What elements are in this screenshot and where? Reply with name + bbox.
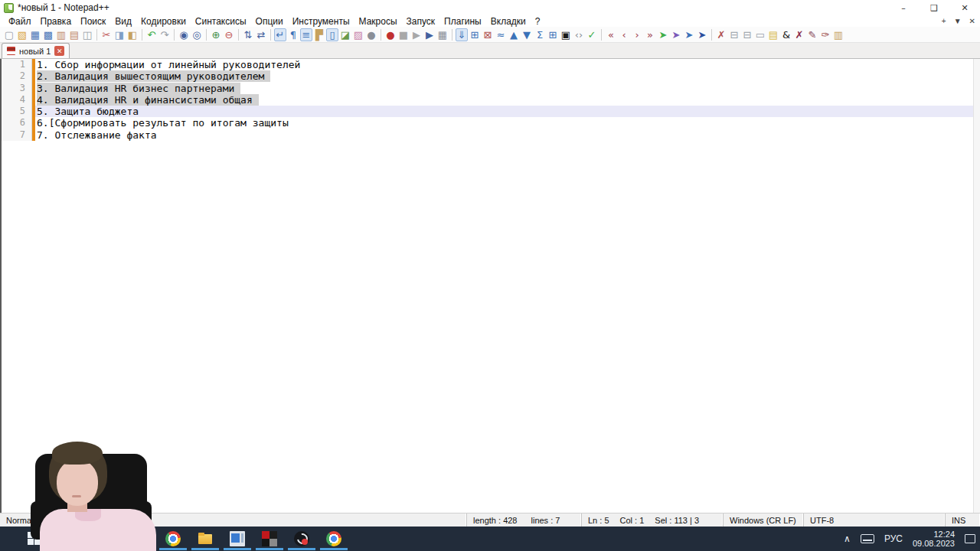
taskbar-chrome-profile2[interactable] bbox=[318, 527, 350, 551]
menu-поиск[interactable]: Поиск bbox=[76, 16, 110, 27]
menu-плагины[interactable]: Плагины bbox=[439, 16, 486, 27]
folder-as-workspace-icon[interactable]: ▨ bbox=[352, 28, 364, 41]
clipboard-edit-icon[interactable]: ▥ bbox=[832, 28, 844, 41]
monitor-tail-icon[interactable]: ⇓ bbox=[456, 28, 468, 41]
menu-инструменты[interactable]: Инструменты bbox=[288, 16, 354, 27]
console-icon[interactable]: ▣ bbox=[560, 28, 572, 41]
macro-play-icon[interactable]: ▶ bbox=[410, 28, 423, 41]
jump-blue-icon[interactable]: ➤ bbox=[683, 28, 695, 41]
close-all-files-icon[interactable]: ▤ bbox=[68, 28, 80, 41]
menu-правка[interactable]: Правка bbox=[36, 16, 77, 27]
show-all-characters-icon[interactable]: ¶ bbox=[287, 28, 299, 41]
save-icon[interactable]: ▦ bbox=[29, 28, 41, 41]
find-icon[interactable]: ◉ bbox=[178, 28, 190, 41]
new-tab-button[interactable]: + bbox=[942, 17, 946, 25]
sync-vertical-icon[interactable]: ⇅ bbox=[242, 28, 254, 41]
new-file-icon[interactable]: ▢ bbox=[3, 28, 15, 41]
tab-new-1[interactable]: новый 1 ✕ bbox=[2, 43, 70, 58]
hidden-icons-chevron[interactable]: ∧ bbox=[844, 533, 851, 544]
strike-format-icon[interactable]: ✗ bbox=[715, 28, 727, 41]
move-down-icon[interactable]: ▼ bbox=[521, 28, 533, 41]
nav-last-icon[interactable]: » bbox=[644, 28, 656, 41]
editor-line-6[interactable]: 66.[Сформировать результат по итогам защ… bbox=[0, 117, 980, 129]
copy-icon[interactable]: ◨ bbox=[113, 28, 126, 41]
word-wrap-icon[interactable]: ↵ bbox=[274, 28, 286, 41]
collapse-icon[interactable]: ≈ bbox=[495, 28, 507, 41]
jump-green-icon[interactable]: ➤ bbox=[657, 28, 669, 41]
pen-disabled-icon[interactable]: ✑ bbox=[819, 28, 831, 41]
code-tags-icon[interactable]: ‹› bbox=[573, 28, 585, 41]
function-list-icon[interactable]: ▛ bbox=[313, 28, 325, 41]
zoom-out-icon[interactable]: ⊖ bbox=[223, 28, 235, 41]
redo-icon[interactable]: ↷ bbox=[158, 28, 171, 41]
status-encoding[interactable]: UTF-8 bbox=[804, 514, 946, 527]
jump-darkblue-icon[interactable]: ➤ bbox=[696, 28, 708, 41]
editor-line-3[interactable]: 33. Валидация HR бизнес партнерами bbox=[0, 83, 980, 94]
monitoring-icon[interactable]: ● bbox=[365, 28, 377, 41]
compare-clear-icon[interactable]: ⊠ bbox=[482, 28, 494, 41]
tab-list-dropdown[interactable]: ▼ bbox=[954, 17, 962, 25]
language-indicator[interactable]: РУС bbox=[884, 533, 903, 544]
macro-stop-icon[interactable]: ■ bbox=[397, 28, 410, 41]
clock[interactable]: 12:24 09.08.2023 bbox=[913, 530, 955, 548]
close-tab-button[interactable]: ✕ bbox=[969, 17, 975, 25]
open-file-icon[interactable]: ▧ bbox=[16, 28, 28, 41]
sum-icon[interactable]: Σ bbox=[534, 28, 546, 41]
document-map-icon[interactable]: ▯ bbox=[326, 28, 338, 41]
notes-icon[interactable]: ▤ bbox=[767, 28, 779, 41]
status-insert-mode[interactable]: INS bbox=[946, 514, 980, 527]
editor-line-1[interactable]: 11. Сбор информации от линейный руководи… bbox=[0, 59, 980, 70]
menu-вкладки[interactable]: Вкладки bbox=[486, 16, 531, 27]
editor-line-7[interactable]: 77. Отслежвание факта bbox=[0, 129, 980, 141]
menu-запуск[interactable]: Запуск bbox=[402, 16, 440, 27]
vertical-scrollbar[interactable] bbox=[973, 59, 980, 513]
check-icon[interactable]: ✓ bbox=[586, 28, 598, 41]
move-up-icon[interactable]: ▲ bbox=[508, 28, 520, 41]
zoom-in-icon[interactable]: ⊕ bbox=[210, 28, 222, 41]
comment-tag-icon[interactable]: ✎ bbox=[806, 28, 818, 41]
ampersand-icon[interactable]: & bbox=[780, 28, 792, 41]
close-button[interactable]: ✕ bbox=[949, 0, 980, 15]
editor-line-5[interactable]: 55. Защита бюджета bbox=[0, 106, 980, 117]
cancel-icon[interactable]: ✗ bbox=[793, 28, 805, 41]
menu-кодировки[interactable]: Кодировки bbox=[136, 16, 191, 27]
taskbar-obs-studio[interactable] bbox=[286, 527, 318, 551]
menu-опции[interactable]: Опции bbox=[251, 16, 288, 27]
restore-button[interactable]: ❑ bbox=[919, 0, 949, 15]
preview-icon[interactable]: ▭ bbox=[754, 28, 766, 41]
taskbar-red-grid-app[interactable] bbox=[253, 527, 286, 551]
paste-icon[interactable]: ◧ bbox=[126, 28, 139, 41]
notification-center-icon[interactable] bbox=[965, 534, 975, 543]
indent-guide-icon[interactable]: ≡ bbox=[300, 28, 312, 41]
minimize-button[interactable]: – bbox=[888, 0, 919, 15]
taskbar-chrome[interactable] bbox=[157, 527, 189, 551]
undo-icon[interactable]: ↶ bbox=[145, 28, 158, 41]
jump-purple-icon[interactable]: ➤ bbox=[670, 28, 682, 41]
nav-next-icon[interactable]: › bbox=[631, 28, 643, 41]
doc-switcher-icon[interactable]: ◪ bbox=[339, 28, 351, 41]
tab-close-icon[interactable]: ✕ bbox=[54, 46, 64, 56]
taskbar-media-app[interactable] bbox=[221, 527, 253, 551]
print-icon[interactable]: ◫ bbox=[81, 28, 93, 41]
macro-save-icon[interactable]: ▦ bbox=[436, 28, 449, 41]
nav-prev-icon[interactable]: ‹ bbox=[618, 28, 630, 41]
cut-icon[interactable]: ✂ bbox=[100, 28, 113, 41]
menu-синтаксисы[interactable]: Синтаксисы bbox=[191, 16, 251, 27]
list-collapse-icon[interactable]: ⊟ bbox=[728, 28, 740, 41]
save-all-icon[interactable]: ▩ bbox=[42, 28, 54, 41]
keyboard-layout-icon[interactable] bbox=[861, 534, 874, 543]
list-expand-icon[interactable]: ⊟ bbox=[741, 28, 753, 41]
editor-line-4[interactable]: 44. Валидация HR и финансистами общая bbox=[0, 94, 980, 106]
nav-first-icon[interactable]: « bbox=[605, 28, 617, 41]
sync-horizontal-icon[interactable]: ⇄ bbox=[255, 28, 267, 41]
macro-run-multiple-icon[interactable]: ▶ bbox=[423, 28, 436, 41]
menu-вид[interactable]: Вид bbox=[110, 16, 136, 27]
compare-icon[interactable]: ⊞ bbox=[469, 28, 481, 41]
editor-line-2[interactable]: 22. Валидация вышестоящим руководителем bbox=[0, 70, 980, 82]
taskbar-file-explorer[interactable] bbox=[189, 527, 221, 551]
menu-[interactable]: ? bbox=[531, 16, 545, 27]
table-icon[interactable]: ⊞ bbox=[547, 28, 559, 41]
macro-record-icon[interactable]: ● bbox=[384, 28, 397, 41]
status-eol-format[interactable]: Windows (CR LF) bbox=[724, 514, 804, 527]
replace-icon[interactable]: ◎ bbox=[191, 28, 203, 41]
